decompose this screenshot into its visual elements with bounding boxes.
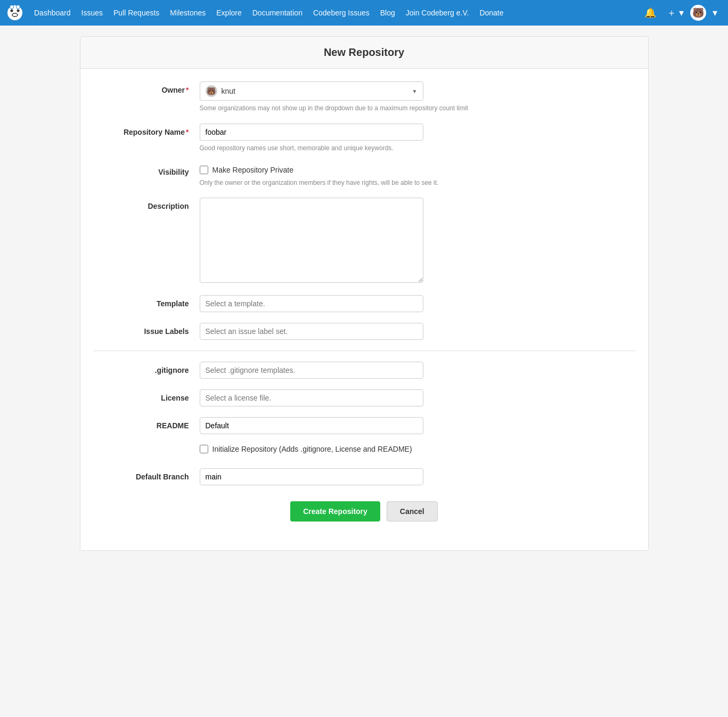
card-header: New Repository [80,37,648,69]
nav-donate[interactable]: Donate [475,5,508,20]
license-label: License [93,389,200,402]
button-row: Create Repository Cancel [93,501,635,537]
owner-hint: Some organizations may not show up in th… [200,104,519,113]
issue-labels-label: Issue Labels [93,323,200,336]
template-row: Template [93,295,635,312]
svg-point-5 [17,5,20,9]
repo-name-label: Repository Name* [93,124,200,136]
owner-row: Owner* 🐻 knut ▼ Some organizations may n… [93,82,635,113]
gitignore-input[interactable] [200,362,423,379]
nav-blog[interactable]: Blog [376,5,399,20]
template-content [200,295,519,312]
svg-point-4 [10,5,14,9]
license-input[interactable] [200,389,423,406]
private-repo-label[interactable]: Make Repository Private [212,166,294,174]
notifications-button[interactable]: 🔔 [640,4,660,22]
readme-content [200,417,519,434]
create-repository-button[interactable]: Create Repository [290,501,380,522]
readme-input[interactable] [200,417,423,434]
description-label: Description [93,198,200,210]
default-branch-row: Default Branch [93,468,635,485]
gitignore-label: .gitignore [93,362,200,374]
owner-label: Owner* [93,82,200,94]
visibility-label: Visibility [93,164,200,176]
nav-pull-requests[interactable]: Pull Requests [109,5,163,20]
nav-explore[interactable]: Explore [212,5,246,20]
description-row: Description [93,198,635,284]
default-branch-label: Default Branch [93,468,200,481]
issue-labels-input[interactable] [200,323,423,340]
section-divider [93,351,635,351]
nav-codeberg-issues[interactable]: Codeberg Issues [309,5,374,20]
template-input[interactable] [200,295,423,312]
page-container: New Repository Owner* 🐻 knut ▼ Some orga… [71,36,657,551]
owner-name: knut [222,87,412,95]
license-content [200,389,519,406]
nav-dashboard[interactable]: Dashboard [30,5,75,20]
issue-labels-content [200,323,519,340]
nav-join[interactable]: Join Codeberg e.V. [402,5,473,20]
navbar: Dashboard Issues Pull Requests Milestone… [0,0,728,26]
description-textarea[interactable] [200,198,423,283]
owner-content: 🐻 knut ▼ Some organizations may not show… [200,82,519,113]
svg-point-1 [11,10,13,12]
init-repo-row: Initialize Repository (Adds .gitignore, … [93,445,635,458]
user-menu-button[interactable]: ▾ [708,4,722,22]
page-title: New Repository [93,46,635,59]
default-branch-content [200,468,519,485]
cancel-button[interactable]: Cancel [387,501,438,522]
visibility-content: Make Repository Private Only the owner o… [200,164,519,188]
init-repo-content: Initialize Repository (Adds .gitignore, … [200,445,519,458]
visibility-row: Visibility Make Repository Private Only … [93,164,635,188]
gitignore-row: .gitignore [93,362,635,379]
init-repo-label[interactable]: Initialize Repository (Adds .gitignore, … [212,445,412,453]
owner-dropdown[interactable]: 🐻 knut ▼ [200,82,423,101]
default-branch-input[interactable] [200,468,423,485]
owner-avatar-icon: 🐻 [206,85,217,97]
main-card: New Repository Owner* 🐻 knut ▼ Some orga… [80,36,649,551]
user-avatar[interactable]: 🐻 [690,5,706,21]
init-repo-checkbox[interactable] [200,445,208,453]
license-row: License [93,389,635,406]
repo-name-content: Good repository names use short, memorab… [200,124,519,153]
private-repo-checkbox[interactable] [200,166,208,174]
card-body: Owner* 🐻 knut ▼ Some organizations may n… [80,69,648,550]
init-repo-checkbox-row: Initialize Repository (Adds .gitignore, … [200,445,519,453]
owner-chevron-icon: ▼ [412,88,418,94]
repo-name-hint: Good repository names use short, memorab… [200,144,519,153]
logo[interactable] [6,4,23,21]
nav-issues[interactable]: Issues [77,5,107,20]
svg-point-2 [17,10,20,12]
nav-milestones[interactable]: Milestones [166,5,210,20]
visibility-hint: Only the owner or the organization membe… [200,178,519,188]
private-checkbox-row: Make Repository Private [200,166,519,174]
new-item-button[interactable]: ＋ ▾ [662,3,688,22]
navbar-right: 🔔 ＋ ▾ 🐻 ▾ [640,3,722,22]
nav-documentation[interactable]: Documentation [248,5,307,20]
description-content [200,198,519,284]
repo-name-input[interactable] [200,124,423,141]
template-label: Template [93,295,200,308]
gitignore-content [200,362,519,379]
issue-labels-row: Issue Labels [93,323,635,340]
repo-name-row: Repository Name* Good repository names u… [93,124,635,153]
readme-label: README [93,417,200,430]
readme-row: README [93,417,635,434]
init-repo-label-spacer [93,445,200,449]
